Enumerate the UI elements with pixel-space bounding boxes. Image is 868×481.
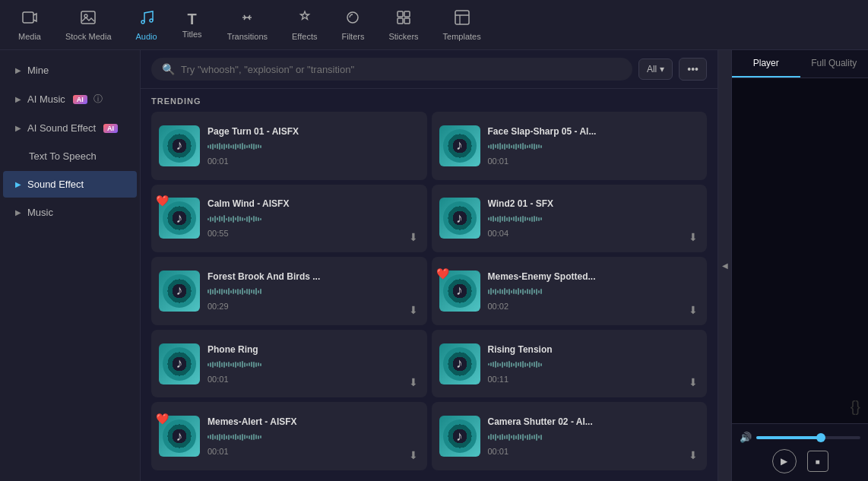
svg-rect-0 bbox=[23, 12, 33, 23]
wave-bar bbox=[499, 435, 501, 440]
wave-bar bbox=[511, 290, 512, 293]
audio-card-face-slap[interactable]: ♪Face Slap-Sharp 05 - Al...00:01 bbox=[432, 112, 708, 180]
wave-bar bbox=[495, 289, 496, 295]
svg-point-4 bbox=[150, 19, 153, 22]
wave-bar bbox=[221, 144, 223, 149]
audio-card-memes-enemy[interactable]: ❤️♪Memes-Enemy Spotted...00:02⬇ bbox=[432, 257, 708, 325]
audio-card-camera-shutter[interactable]: ♪Camera Shutter 02 - Al...00:01⬇ bbox=[432, 402, 708, 470]
search-input-wrap[interactable]: 🔍 bbox=[151, 58, 632, 81]
vinyl-art: ♪ bbox=[443, 129, 477, 163]
download-button[interactable]: ⬇ bbox=[407, 302, 420, 318]
audio-thumb: ♪ bbox=[439, 416, 480, 457]
filter-button[interactable]: All ▾ bbox=[638, 59, 673, 80]
audio-info: Page Turn 01 - AISFX00:01 bbox=[207, 126, 420, 166]
nav-audio[interactable]: Audio bbox=[124, 3, 169, 47]
wave-bar bbox=[488, 363, 489, 365]
wave-bar bbox=[246, 363, 248, 366]
download-button[interactable]: ⬇ bbox=[407, 375, 420, 390]
download-button[interactable]: ⬇ bbox=[687, 448, 699, 463]
sidebar-item-sound-effect[interactable]: ▶ Sound Effect bbox=[3, 171, 137, 198]
nav-stickers[interactable]: Stickers bbox=[376, 3, 430, 47]
audio-card-phone-ring[interactable]: ♪Phone Ring00:01⬇ bbox=[151, 330, 427, 398]
audio-card-memes-alert[interactable]: ❤️♪Memes-Alert - AISFX00:01⬇ bbox=[151, 402, 427, 470]
nav-titles[interactable]: T Titles bbox=[169, 5, 215, 45]
stop-button[interactable]: ■ bbox=[807, 451, 828, 472]
wave-bar bbox=[540, 363, 542, 366]
play-button[interactable]: ▶ bbox=[772, 449, 797, 473]
wave-bar bbox=[536, 217, 537, 221]
sidebar-item-ai-music[interactable]: ▶ AI Music AI ⓘ bbox=[3, 85, 137, 113]
vinyl-art: ♪ bbox=[163, 347, 196, 381]
audio-card-forest-brook[interactable]: ♪Forest Brook And Birds ...00:29⬇ bbox=[151, 257, 427, 325]
tab-player[interactable]: Player bbox=[732, 50, 800, 78]
wave-bar bbox=[219, 434, 220, 441]
wave-bar bbox=[214, 144, 216, 148]
sidebar-item-text-to-speech[interactable]: Text To Speech bbox=[3, 143, 137, 169]
wave-bar bbox=[520, 290, 521, 293]
wave-bar bbox=[239, 217, 241, 221]
wave-bar bbox=[249, 362, 250, 366]
search-input[interactable] bbox=[181, 64, 622, 75]
wave-bar bbox=[495, 434, 496, 441]
wave-bar bbox=[212, 217, 214, 221]
wave-bar bbox=[226, 144, 227, 148]
sidebar-item-music[interactable]: ▶ Music bbox=[3, 199, 137, 226]
download-button[interactable]: ⬇ bbox=[687, 229, 699, 245]
music-note-icon: ♪ bbox=[456, 429, 463, 445]
music-note-icon: ♪ bbox=[456, 210, 463, 226]
wave-bar bbox=[221, 289, 223, 295]
tab-full-quality[interactable]: Full Quality bbox=[800, 50, 869, 78]
audio-card-page-turn[interactable]: ♪Page Turn 01 - AISFX00:01 bbox=[151, 112, 427, 180]
wave-bar bbox=[249, 144, 250, 148]
volume-thumb[interactable] bbox=[816, 433, 825, 442]
filter-label: All bbox=[647, 64, 657, 74]
wave-bar bbox=[258, 362, 259, 366]
wave-bar bbox=[239, 362, 241, 367]
wave-bar bbox=[536, 361, 537, 368]
sidebar-item-ai-sound-effect[interactable]: ▶ AI Sound Effect AI bbox=[3, 115, 137, 141]
wave-bar bbox=[531, 217, 533, 222]
wave-bar bbox=[255, 217, 257, 221]
wave-bar bbox=[529, 290, 531, 294]
heart-badge: ❤️ bbox=[436, 267, 449, 280]
wave-bar bbox=[258, 217, 259, 221]
vinyl-art: ♪ bbox=[443, 419, 477, 453]
download-button[interactable]: ⬇ bbox=[407, 229, 420, 245]
collapse-button[interactable]: ◀ bbox=[718, 50, 731, 481]
wave-bar bbox=[493, 362, 494, 367]
wave-bar bbox=[488, 290, 489, 294]
wave-bar bbox=[214, 435, 216, 439]
download-button[interactable]: ⬇ bbox=[687, 302, 699, 318]
audio-card-wind2[interactable]: ♪Wind2 01 - SFX00:04⬇ bbox=[432, 185, 708, 253]
wave-bar bbox=[260, 145, 261, 148]
ai-badge-text: AI bbox=[73, 95, 87, 104]
wave-bar bbox=[239, 290, 241, 294]
nav-transitions[interactable]: Transitions bbox=[215, 3, 280, 47]
nav-media[interactable]: Media bbox=[6, 3, 53, 47]
audio-waveform bbox=[488, 285, 680, 299]
volume-track[interactable] bbox=[756, 436, 860, 439]
wave-bar bbox=[228, 288, 230, 295]
main-area: ▶ Mine ▶ AI Music AI ⓘ ▶ AI Sound Effect… bbox=[0, 50, 868, 481]
wave-bar bbox=[246, 435, 248, 438]
search-icon: 🔍 bbox=[162, 63, 175, 75]
wave-bar bbox=[237, 289, 239, 295]
heart-badge: ❤️ bbox=[156, 413, 169, 425]
audio-card-rising-tension[interactable]: ♪Rising Tension00:11⬇ bbox=[432, 330, 708, 398]
audio-card-calm-wind[interactable]: ❤️♪Calm Wind - AISFX00:55⬇ bbox=[151, 185, 427, 253]
sidebar-item-mine[interactable]: ▶ Mine bbox=[3, 57, 137, 84]
wave-bar bbox=[230, 217, 232, 221]
wave-bar bbox=[497, 144, 499, 149]
download-button[interactable]: ⬇ bbox=[687, 375, 699, 390]
wave-bar bbox=[515, 435, 517, 439]
wave-bar bbox=[219, 216, 220, 222]
wave-bar bbox=[235, 217, 236, 220]
nav-filters[interactable]: Filters bbox=[329, 3, 376, 47]
more-options-button[interactable]: ••• bbox=[679, 58, 707, 81]
nav-templates[interactable]: Templates bbox=[431, 3, 493, 47]
download-button[interactable]: ⬇ bbox=[407, 448, 420, 463]
nav-stock-media[interactable]: Stock Media bbox=[53, 3, 124, 47]
wave-bar bbox=[244, 218, 246, 220]
audio-thumb: ❤️♪ bbox=[159, 416, 200, 457]
nav-effects[interactable]: Effects bbox=[280, 3, 329, 47]
